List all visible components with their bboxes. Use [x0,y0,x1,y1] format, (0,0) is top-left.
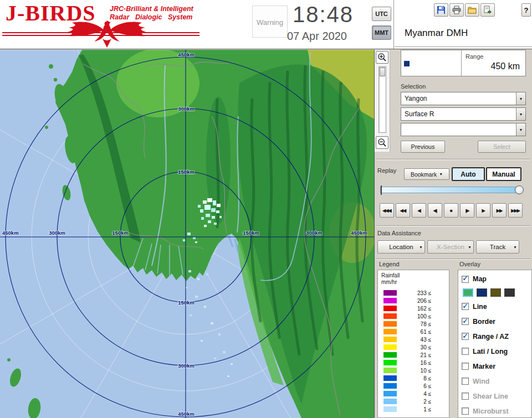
x-section-button[interactable]: X-Section ▼ [427,240,474,254]
shear-line-checkbox[interactable] [462,393,469,400]
line-checkbox[interactable]: ✓ [462,303,469,310]
option-dropdown[interactable]: ▼ [401,123,526,136]
legend-color-swatch [383,329,397,334]
previous-button[interactable]: Previous [401,141,445,153]
legend-value: 2 ≤ [397,399,431,405]
map-checkbox[interactable]: ✓ [462,276,469,283]
chevron-down-icon[interactable]: ▼ [516,92,525,105]
location-button[interactable]: Location ▼ [377,240,425,254]
legend-row: 43 ≤ [378,336,449,343]
bookmark-label: Bookmark [411,171,437,178]
legend-panel: Rainfall mm/hr 233 ≤ 206 ≤ 162 ≤ 100 ≤ 7… [377,270,449,418]
legend-scale: 233 ≤ 206 ≤ 162 ≤ 100 ≤ 78 ≤ 61 ≤ 43 ≤ 3… [378,289,449,413]
range-label: 300km [178,106,195,112]
save-button[interactable] [434,3,448,17]
separator [376,225,530,226]
pb-step-back-button[interactable]: ◀ [412,203,426,218]
zoom-scrollbar[interactable] [378,66,386,133]
range-color-chip [404,61,410,66]
range-label: 450km [2,230,19,236]
radar-map[interactable]: 450km 300km 150km 150km 300km 450km 450k… [0,50,374,418]
header-bar: J-BIRDS JRC-Brilliant & Intelligent Rada… [0,0,532,49]
legend-row: 30 ≤ [378,343,449,351]
map-style-swatch-olive[interactable] [490,288,501,297]
range-label: 450km [178,51,195,58]
pb-fast-rewind-button[interactable]: ◀◀◀ [380,203,394,218]
range-label: 300km [49,230,65,236]
station-underline [395,47,532,47]
chevron-down-icon[interactable]: ▼ [516,108,525,120]
pb-forward-button[interactable]: ▶▶ [492,203,507,218]
station-name: Myanmar DMH [405,28,468,39]
range-label: 300km [306,230,323,236]
overlay-item-border[interactable]: ✓ Border [462,314,530,329]
map-style-swatch-green[interactable] [463,288,473,297]
overlay-item-microburst[interactable]: Microburst [462,404,530,418]
map-style-swatch-navy[interactable] [477,288,487,297]
legend-value: 1 ≤ [397,406,431,412]
open-folder-button[interactable] [465,3,479,17]
jbirds-app: J-BIRDS JRC-Brilliant & Intelligent Rada… [0,0,532,418]
track-button[interactable]: Track ▼ [476,240,519,254]
pb-fast-forward-button[interactable]: ▶▶▶ [508,203,523,218]
range-az-checkbox[interactable]: ✓ [462,333,469,340]
mmt-button[interactable]: MMT [372,25,391,40]
legend-value: 61 ≤ [397,329,431,335]
range-label: 300km [178,363,195,369]
location-label: Location [389,244,413,250]
legend-row: 100 ≤ [378,312,449,320]
site-dropdown[interactable]: Yangon ▼ [401,92,526,105]
folder-icon [468,6,477,14]
overlay-item-lati-long[interactable]: Lati / Long [462,344,530,359]
x-section-label: X-Section [437,244,464,250]
zoom-in-button[interactable] [376,51,388,64]
microburst-checkbox[interactable] [462,407,469,415]
bookmark-button[interactable]: Bookmark ▼ [404,168,449,180]
export-button[interactable] [480,3,495,17]
overlay-item-wind[interactable]: Wind [462,374,530,389]
overlay-label-lati-long: Lati / Long [473,348,508,355]
auto-mode-button[interactable]: Auto [452,167,485,181]
manual-mode-button[interactable]: Manual [486,167,521,181]
pb-step-forward-button[interactable]: ▶ [476,203,490,218]
playback-controls: ◀◀◀ ◀◀ ◀ ◀| ■ |▶ ▶ ▶▶ ▶▶▶ [380,203,523,218]
legend-value: 78 ≤ [397,321,431,327]
site-dropdown-value: Yangon [401,92,516,105]
legend-value: 30 ≤ [397,344,431,350]
overlay-item-range-az[interactable]: ✓ Range / AZ [462,329,530,344]
radar-map-canvas[interactable]: 450km 300km 150km 150km 300km 450km 450k… [0,50,374,418]
product-dropdown[interactable]: Surface R ▼ [401,107,526,121]
chevron-down-icon[interactable]: ▼ [516,123,525,136]
legend-section-label: Legend [379,261,400,267]
select-button[interactable]: Select [478,141,526,153]
pb-frame-forward-button[interactable]: |▶ [460,203,474,218]
marker-checkbox[interactable] [462,363,469,370]
zoom-scrollbar-thumb[interactable] [380,68,385,76]
overlay-item-marker[interactable]: Marker [462,359,530,374]
map-style-swatches[interactable] [462,286,530,299]
pb-rewind-button[interactable]: ◀◀ [396,203,410,218]
replay-timeline-slider[interactable] [380,187,521,193]
help-button[interactable]: ? [521,3,531,17]
overlay-label-line: Line [473,303,487,311]
map-style-swatch-dark[interactable] [504,288,515,297]
legend-color-swatch [383,337,397,342]
pb-frame-back-button[interactable]: ◀| [428,203,442,218]
utc-button[interactable]: UTC [372,7,391,21]
pb-stop-button[interactable]: ■ [444,203,458,218]
slider-handle[interactable] [515,185,524,194]
overlay-label-wind: Wind [473,378,489,385]
print-button[interactable] [449,3,464,17]
overlay-item-map[interactable]: ✓ Map [462,272,530,286]
overlay-item-line[interactable]: ✓ Line [462,299,530,314]
warning-indicator[interactable]: Warning [252,6,288,38]
overlay-item-shear-line[interactable]: Shear Line [462,389,530,404]
legend-color-swatch [383,306,397,311]
legend-value: 21 ≤ [397,352,431,358]
print-icon [452,6,461,14]
track-label: Track [490,244,505,250]
border-checkbox[interactable]: ✓ [462,318,469,325]
wind-checkbox[interactable] [462,378,469,385]
lati-long-checkbox[interactable] [462,348,469,355]
zoom-out-button[interactable] [376,136,388,149]
